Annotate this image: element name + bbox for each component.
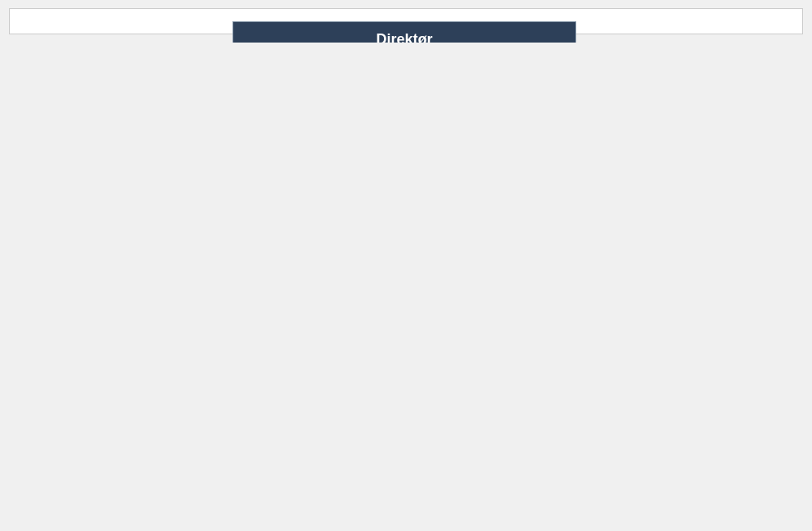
org-chart: Direktør Direktionssekretariat / Kommuni… [9, 8, 803, 34]
direktor-box: Direktør [232, 21, 576, 43]
